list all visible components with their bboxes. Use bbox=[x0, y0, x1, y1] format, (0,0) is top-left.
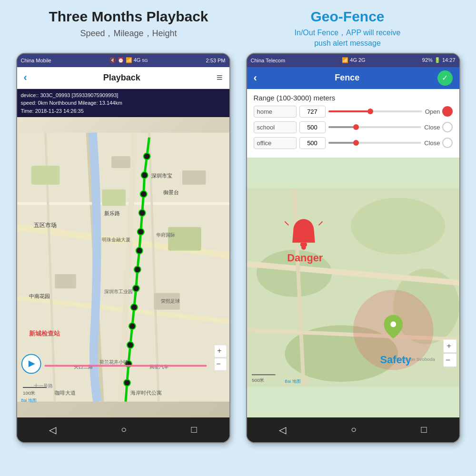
left-status-icons: 🔇 ⏰ 📶 4G 5G bbox=[109, 57, 148, 63]
fence-slider-school[interactable] bbox=[328, 126, 422, 128]
svg-text:新城检查站: 新城检查站 bbox=[29, 330, 60, 337]
svg-text:新乐路: 新乐路 bbox=[104, 211, 120, 217]
right-nav-bar: ‹ Fence ✓ bbox=[247, 67, 459, 89]
svg-point-17 bbox=[140, 191, 147, 198]
left-back-button[interactable]: ‹ bbox=[24, 71, 27, 84]
svg-text:Pension Svoboda: Pension Svoboda bbox=[398, 356, 435, 361]
right-nav-recent-btn[interactable]: □ bbox=[421, 424, 427, 435]
svg-point-16 bbox=[141, 172, 148, 178]
fence-toggle-school[interactable]: Close bbox=[424, 122, 452, 132]
svg-text:五区市场: 五区市场 bbox=[33, 222, 56, 228]
left-nav-recent-btn[interactable]: □ bbox=[191, 424, 197, 435]
svg-point-27 bbox=[123, 379, 130, 386]
svg-rect-12 bbox=[182, 170, 206, 185]
fence-name-home[interactable] bbox=[254, 106, 297, 118]
right-status-icons: 📶 4G 2G bbox=[342, 57, 365, 63]
fence-slider-office[interactable] bbox=[328, 142, 422, 144]
right-carrier: China Telecom bbox=[251, 58, 286, 63]
svg-point-69 bbox=[390, 321, 396, 327]
svg-rect-9 bbox=[102, 189, 126, 206]
fence-value-school[interactable] bbox=[299, 121, 326, 133]
fence-panel: Range (100-3000) meters Open bbox=[247, 89, 459, 158]
svg-rect-13 bbox=[55, 274, 76, 288]
fence-toggle-circle-home[interactable] bbox=[442, 106, 453, 117]
fence-toggle-label-home: Open bbox=[425, 108, 440, 115]
svg-text:−: − bbox=[446, 355, 450, 364]
svg-point-22 bbox=[132, 285, 139, 292]
svg-point-15 bbox=[143, 153, 150, 160]
left-time: 2:53 PM bbox=[206, 58, 226, 63]
svg-text:深圳市宝: 深圳市宝 bbox=[151, 173, 172, 178]
svg-text:100米: 100米 bbox=[22, 390, 35, 396]
left-nav-home-btn[interactable]: ○ bbox=[121, 424, 127, 435]
svg-text:御景台: 御景台 bbox=[163, 189, 179, 195]
fence-row-office: Close bbox=[254, 137, 453, 149]
fence-toggle-circle-school[interactable] bbox=[442, 122, 453, 132]
right-phone: China Telecom 📶 4G 2G 92% 🔋 14:27 ‹ Fenc… bbox=[246, 53, 460, 443]
right-nav-title: Fence bbox=[262, 73, 433, 83]
svg-rect-10 bbox=[168, 227, 201, 251]
left-info-bar: device:: 303C_09993 [359339075909993] sp… bbox=[17, 89, 229, 118]
right-status-bar: China Telecom 📶 4G 2G 92% 🔋 14:27 bbox=[247, 54, 459, 67]
left-nav-title: Playback bbox=[103, 73, 140, 83]
fence-row-school: Close bbox=[254, 121, 453, 133]
right-check-button[interactable]: ✓ bbox=[437, 70, 453, 86]
left-bottom-nav: ◁ ○ □ bbox=[17, 417, 229, 442]
left-section-title: Three Months Playback bbox=[19, 9, 238, 25]
svg-text:Bai 地图: Bai 地图 bbox=[20, 398, 36, 403]
right-section-desc: In/Out Fence，APP will receive push alert… bbox=[238, 28, 457, 49]
svg-point-64 bbox=[301, 245, 306, 250]
right-back-button[interactable]: ‹ bbox=[254, 72, 257, 84]
svg-text:海岸时代公寓: 海岸时代公寓 bbox=[130, 390, 161, 396]
svg-text:华府国际: 华府国际 bbox=[156, 232, 175, 238]
svg-text:深圳市工业园: 深圳市工业园 bbox=[104, 289, 133, 294]
fence-toggle-home[interactable]: Open bbox=[425, 106, 453, 117]
svg-point-25 bbox=[127, 342, 133, 348]
svg-text:−: − bbox=[216, 360, 220, 368]
svg-text:荣熙足球: 荣熙足球 bbox=[161, 298, 180, 304]
left-map-area: 五区市场 新乐路 御景台 深圳市宝 明珠金融大厦 华府国际 中南花园 深圳市工业… bbox=[17, 117, 229, 417]
svg-text:咖啡大道: 咖啡大道 bbox=[55, 390, 76, 396]
svg-rect-11 bbox=[111, 157, 130, 169]
right-map-area: Danger Safety 500米 Bai 地图 Pension Svobod… bbox=[247, 158, 459, 417]
left-menu-button[interactable]: ≡ bbox=[217, 71, 223, 84]
svg-text:明珠金融大厦: 明珠金融大厦 bbox=[102, 237, 130, 242]
fence-value-home[interactable] bbox=[299, 106, 326, 118]
right-battery: 92% 🔋 14:27 bbox=[422, 57, 456, 63]
svg-point-18 bbox=[139, 210, 145, 217]
svg-point-20 bbox=[136, 248, 142, 254]
fence-name-office[interactable] bbox=[254, 137, 297, 149]
svg-text:Bai 地图: Bai 地图 bbox=[285, 379, 300, 384]
fence-toggle-label-office: Close bbox=[424, 139, 440, 147]
svg-text:中南花园: 中南花园 bbox=[29, 293, 50, 299]
fence-toggle-circle-office[interactable] bbox=[442, 138, 453, 148]
right-bottom-nav: ◁ ○ □ bbox=[247, 417, 459, 442]
left-status-bar: China Mobile 🔇 ⏰ 📶 4G 5G 2:53 PM bbox=[17, 54, 229, 67]
right-section-title: Geo-Fence bbox=[238, 9, 457, 25]
left-phone: China Mobile 🔇 ⏰ 📶 4G 5G 2:53 PM ‹ Playb… bbox=[16, 53, 230, 443]
svg-point-19 bbox=[137, 228, 144, 235]
svg-text:荷兰花卉小镇: 荷兰花卉小镇 bbox=[99, 360, 128, 365]
fence-slider-home[interactable] bbox=[328, 110, 422, 112]
svg-point-23 bbox=[130, 304, 137, 311]
left-carrier: China Mobile bbox=[21, 58, 51, 63]
fence-value-office[interactable] bbox=[299, 137, 326, 149]
svg-point-21 bbox=[134, 267, 140, 273]
left-nav-bar: ‹ Playback ≡ bbox=[17, 67, 229, 89]
svg-text:500米: 500米 bbox=[251, 377, 264, 383]
fence-row-home: Open bbox=[254, 106, 453, 118]
fence-toggle-office[interactable]: Close bbox=[424, 138, 452, 148]
svg-rect-8 bbox=[31, 166, 59, 185]
right-nav-back-btn[interactable]: ◁ bbox=[279, 424, 286, 436]
fence-name-school[interactable] bbox=[254, 121, 297, 133]
svg-text:Danger: Danger bbox=[287, 252, 323, 264]
svg-point-24 bbox=[129, 323, 135, 329]
left-section-subtitle: Speed，Mileage，Height bbox=[19, 28, 238, 39]
left-nav-back-btn[interactable]: ◁ bbox=[49, 424, 56, 436]
fence-range-title: Range (100-3000) meters bbox=[254, 94, 453, 102]
right-nav-home-btn[interactable]: ○ bbox=[351, 424, 357, 435]
svg-text:+: + bbox=[217, 347, 221, 355]
fence-toggle-label-school: Close bbox=[424, 124, 440, 131]
svg-point-55 bbox=[351, 198, 445, 254]
svg-text:+: + bbox=[446, 341, 451, 350]
